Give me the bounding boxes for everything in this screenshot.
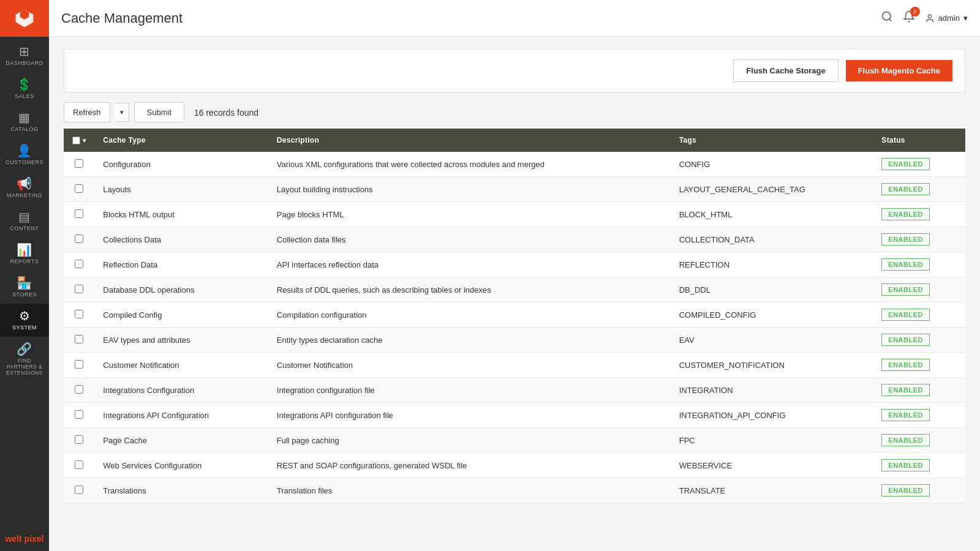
- table-row: Customer Notification Customer Notificat…: [64, 353, 965, 378]
- sidebar-item-stores[interactable]: 🏪 STORES: [0, 271, 49, 304]
- status-badge: ENABLED: [881, 359, 930, 371]
- row-tags: EAV: [671, 328, 873, 353]
- row-checkbox[interactable]: [75, 285, 83, 293]
- flush-cache-storage-button[interactable]: Flush Cache Storage: [733, 59, 838, 82]
- row-tags: COMPILED_CONFIG: [671, 302, 873, 328]
- sidebar-item-label: SALES: [15, 93, 34, 99]
- row-status: ENABLED: [873, 403, 965, 428]
- row-status: ENABLED: [873, 252, 965, 277]
- sidebar-item-label: CATALOG: [10, 126, 38, 132]
- row-checkbox-cell[interactable]: [64, 403, 94, 428]
- row-checkbox[interactable]: [75, 460, 83, 469]
- row-checkbox[interactable]: [75, 234, 83, 243]
- records-found: 16 records found: [194, 108, 258, 118]
- table-header-checkbox[interactable]: ▾: [64, 129, 94, 152]
- sidebar-item-reports[interactable]: 📊 REPORTS: [0, 238, 49, 271]
- row-description: Translation files: [268, 478, 671, 503]
- table-header-tags: Tags: [671, 129, 873, 152]
- row-tags: WEBSERVICE: [671, 453, 873, 478]
- row-status: ENABLED: [873, 152, 965, 177]
- row-checkbox[interactable]: [75, 435, 83, 444]
- sidebar-item-system[interactable]: ⚙ SYSTEM: [0, 304, 49, 337]
- row-description: Integration configuration file: [268, 378, 671, 403]
- row-checkbox[interactable]: [75, 410, 83, 419]
- notification-button[interactable]: 2: [903, 10, 915, 26]
- row-checkbox-cell[interactable]: [64, 152, 94, 177]
- submit-button[interactable]: Submit: [134, 102, 184, 122]
- table-row: Compiled Config Compilation configuratio…: [64, 302, 965, 328]
- row-checkbox[interactable]: [75, 485, 83, 494]
- refresh-dropdown-button[interactable]: ▾: [115, 103, 129, 122]
- flush-magento-cache-button[interactable]: Flush Magento Cache: [846, 60, 952, 81]
- sidebar-item-content[interactable]: ▤ CONTENT: [0, 204, 49, 238]
- table-row: Blocks HTML output Page blocks HTML BLOC…: [64, 202, 965, 227]
- row-checkbox-cell[interactable]: [64, 227, 94, 252]
- row-tags: INTEGRATION_API_CONFIG: [671, 403, 873, 428]
- sidebar-item-customers[interactable]: 👤 CUSTOMERS: [0, 138, 49, 171]
- sidebar-item-label: SYSTEM: [12, 324, 37, 331]
- row-checkbox[interactable]: [75, 260, 83, 268]
- search-icon[interactable]: [881, 10, 893, 26]
- sidebar-item-dashboard[interactable]: ⊞ DASHBOARD: [0, 39, 49, 72]
- table-row: Collections Data Collection data files C…: [64, 227, 965, 252]
- dashboard-icon: ⊞: [19, 45, 30, 58]
- row-checkbox-cell[interactable]: [64, 378, 94, 403]
- table-header-row: ▾ Cache Type Description Tags Status: [64, 129, 965, 152]
- row-checkbox[interactable]: [75, 360, 83, 369]
- row-description: Various XML configurations that were col…: [268, 152, 671, 177]
- sidebar-item-sales[interactable]: 💲 SALES: [0, 72, 49, 105]
- weltpixel-label: welt pixel: [5, 534, 43, 544]
- select-all-checkbox[interactable]: [72, 137, 80, 144]
- status-badge: ENABLED: [881, 283, 930, 296]
- row-checkbox-cell[interactable]: [64, 353, 94, 378]
- cache-table: ▾ Cache Type Description Tags Status Con…: [64, 129, 965, 503]
- row-tags: BLOCK_HTML: [671, 202, 873, 227]
- row-checkbox[interactable]: [75, 184, 83, 193]
- row-checkbox[interactable]: [75, 209, 83, 218]
- row-cache-type: Integrations API Configuration: [94, 403, 268, 428]
- row-status: ENABLED: [873, 453, 965, 478]
- table-row: Integrations Configuration Integration c…: [64, 378, 965, 403]
- row-checkbox-cell[interactable]: [64, 177, 94, 202]
- row-cache-type: Reflection Data: [94, 252, 268, 277]
- row-checkbox[interactable]: [75, 310, 83, 318]
- row-tags: CUSTOMER_NOTIFICATION: [671, 353, 873, 378]
- sidebar-item-findpartners[interactable]: 🔗 FIND PARTNERS & EXTENSIONS: [0, 337, 49, 383]
- sidebar-item-catalog[interactable]: ▦ CATALOG: [0, 105, 49, 138]
- row-checkbox[interactable]: [75, 385, 83, 394]
- row-cache-type: EAV types and attributes: [94, 328, 268, 353]
- refresh-button[interactable]: Refresh: [64, 102, 110, 122]
- sidebar-item-label: MARKETING: [7, 192, 42, 198]
- row-tags: CONFIG: [671, 152, 873, 177]
- sidebar-logo[interactable]: [0, 0, 49, 37]
- row-checkbox-cell[interactable]: [64, 302, 94, 328]
- svg-point-1: [928, 15, 931, 18]
- sidebar: ⊞ DASHBOARD 💲 SALES ▦ CATALOG 👤 CUSTOMER…: [0, 0, 49, 551]
- user-menu[interactable]: admin ▾: [925, 13, 968, 23]
- weltpixel-logo[interactable]: welt pixel: [5, 527, 43, 551]
- row-cache-type: Blocks HTML output: [94, 202, 268, 227]
- table-row: Reflection Data API interfaces reflectio…: [64, 252, 965, 277]
- findpartners-icon: 🔗: [17, 343, 32, 355]
- row-cache-type: Layouts: [94, 177, 268, 202]
- row-checkbox-cell[interactable]: [64, 428, 94, 453]
- action-bar: Flush Cache Storage Flush Magento Cache: [64, 49, 965, 92]
- toolbar: Refresh ▾ Submit 16 records found: [64, 102, 965, 122]
- row-checkbox-cell[interactable]: [64, 478, 94, 503]
- row-cache-type: Compiled Config: [94, 302, 268, 328]
- row-checkbox-cell[interactable]: [64, 252, 94, 277]
- row-checkbox-cell[interactable]: [64, 328, 94, 353]
- row-cache-type: Configuration: [94, 152, 268, 177]
- row-checkbox[interactable]: [75, 335, 83, 343]
- row-checkbox-cell[interactable]: [64, 277, 94, 302]
- header-checkbox-dropdown[interactable]: ▾: [83, 137, 86, 144]
- table-row: Translations Translation files TRANSLATE…: [64, 478, 965, 503]
- row-tags: FPC: [671, 428, 873, 453]
- status-badge: ENABLED: [881, 484, 930, 497]
- row-cache-type: Web Services Configuration: [94, 453, 268, 478]
- row-checkbox[interactable]: [75, 159, 83, 168]
- row-checkbox-cell[interactable]: [64, 202, 94, 227]
- row-checkbox-cell[interactable]: [64, 453, 94, 478]
- row-cache-type: Integrations Configuration: [94, 378, 268, 403]
- sidebar-item-marketing[interactable]: 📢 MARKETING: [0, 171, 49, 204]
